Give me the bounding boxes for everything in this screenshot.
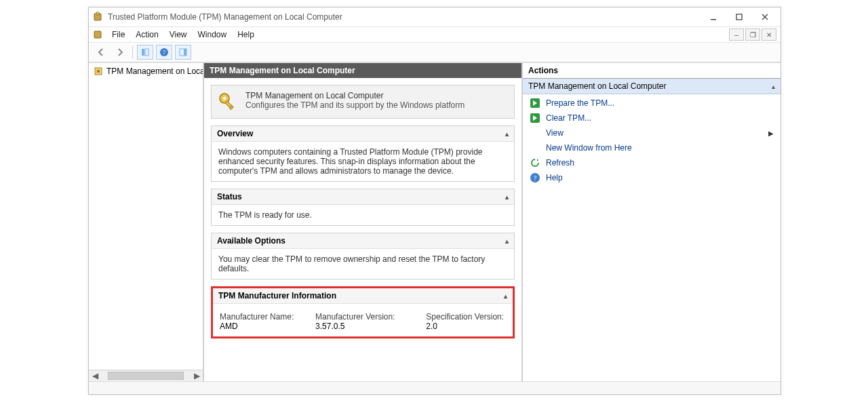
action-refresh[interactable]: Refresh	[523, 155, 781, 170]
help-button[interactable]: ?	[156, 45, 172, 60]
manufacturer-info-header[interactable]: TPM Manufacturer Information ▴	[213, 288, 513, 304]
tpm-key-icon	[217, 91, 239, 113]
manufacturer-info-section: TPM Manufacturer Information ▴ Manufactu…	[211, 286, 515, 338]
svg-rect-10	[184, 49, 186, 56]
chip-icon	[93, 66, 104, 77]
action-label: View	[546, 128, 564, 138]
specification-version-value: 2.0	[426, 322, 437, 331]
horizontal-scrollbar[interactable]: ◀ ▶	[89, 370, 203, 381]
overview-body: Windows computers containing a Trusted P…	[212, 142, 514, 181]
mdi-minimize-button[interactable]: –	[729, 28, 744, 41]
submenu-arrow-icon: ▶	[768, 130, 774, 137]
details-pane: TPM Management on Local Computer	[204, 63, 523, 381]
menu-file[interactable]: File	[106, 28, 130, 41]
details-pane-header: TPM Management on Local Computer	[204, 63, 521, 78]
status-header[interactable]: Status ▴	[212, 189, 514, 205]
navigation-pane: TPM Management on Local Comp ◀ ▶	[89, 63, 204, 381]
client-area: TPM Management on Local Comp ◀ ▶ TPM Man…	[89, 62, 781, 381]
svg-rect-3	[736, 14, 742, 20]
menu-action[interactable]: Action	[130, 28, 163, 41]
mmc-window: Trusted Platform Module (TPM) Management…	[88, 7, 781, 395]
mdi-controls: – ❐ ✕	[729, 28, 776, 41]
status-bar	[89, 381, 781, 394]
action-label: New Window from Here	[546, 143, 632, 153]
toolbar-separator	[132, 46, 133, 58]
manufacturer-version-value: 3.57.0.5	[315, 322, 344, 331]
actions-group-header[interactable]: TPM Management on Local Computer ▴	[523, 79, 781, 94]
collapse-icon: ▴	[772, 83, 775, 90]
mdi-restore-button[interactable]: ❐	[745, 28, 760, 41]
available-options-body: You may clear the TPM to remove ownershi…	[212, 249, 514, 279]
back-button[interactable]	[93, 45, 109, 60]
svg-rect-5	[142, 49, 144, 56]
show-actions-button[interactable]	[175, 45, 191, 60]
status-title: Status	[217, 192, 242, 201]
svg-rect-2	[711, 19, 716, 20]
svg-rect-12	[97, 70, 100, 73]
menu-help[interactable]: Help	[232, 28, 260, 41]
status-body: The TPM is ready for use.	[212, 205, 514, 225]
manufacturer-name-value: AMD	[220, 322, 238, 331]
available-options-header[interactable]: Available Options ▴	[212, 233, 514, 249]
mdi-close-button[interactable]: ✕	[762, 28, 776, 41]
collapse-icon: ▴	[505, 130, 509, 138]
manufacturer-info-title: TPM Manufacturer Information	[218, 291, 336, 301]
intro-description: Configures the TPM and its support by th…	[245, 100, 465, 110]
toolbar: ?	[89, 43, 781, 62]
menu-app-icon	[93, 29, 104, 40]
collapse-icon: ▴	[504, 292, 507, 300]
available-options-title: Available Options	[217, 236, 285, 246]
action-label: Prepare the TPM...	[546, 98, 614, 108]
window-title: Trusted Platform Module (TPM) Management…	[108, 12, 342, 22]
maximize-button[interactable]	[726, 9, 752, 25]
minimize-button[interactable]	[701, 9, 726, 25]
scroll-right-arrow-icon[interactable]: ▶	[192, 372, 201, 380]
action-help[interactable]: ? Help	[523, 170, 781, 185]
close-button[interactable]	[752, 9, 778, 25]
scroll-left-arrow-icon[interactable]: ◀	[90, 372, 100, 380]
actions-pane-header: Actions	[523, 63, 781, 79]
overview-header[interactable]: Overview ▴	[212, 126, 514, 142]
action-label: Help	[546, 173, 563, 182]
svg-point-14	[223, 97, 226, 100]
menu-view[interactable]: View	[164, 28, 193, 41]
app-icon	[93, 12, 104, 22]
details-pane-content: TPM Management on Local Computer Configu…	[204, 78, 521, 381]
action-clear-tpm[interactable]: Clear TPM...	[523, 111, 781, 125]
manufacturer-row: Manufacturer Name: AMD Manufacturer Vers…	[220, 312, 506, 331]
nav-root-label: TPM Management on Local Comp	[106, 66, 203, 76]
action-prepare-tpm[interactable]: Prepare the TPM...	[523, 96, 781, 111]
collapse-icon: ▴	[505, 237, 509, 245]
go-icon	[530, 113, 540, 123]
svg-text:?: ?	[163, 49, 165, 56]
available-options-section: Available Options ▴ You may clear the TP…	[211, 233, 515, 279]
intro-banner: TPM Management on Local Computer Configu…	[211, 85, 515, 119]
help-icon: ?	[530, 172, 540, 183]
actions-pane: Actions TPM Management on Local Computer…	[523, 63, 781, 381]
forward-button[interactable]	[112, 45, 128, 60]
collapse-icon: ▴	[505, 193, 509, 201]
overview-title: Overview	[217, 129, 253, 138]
show-hide-tree-button[interactable]	[137, 45, 153, 60]
menu-bar: File Action View Window Help – ❐ ✕	[89, 27, 781, 43]
overview-section: Overview ▴ Windows computers containing …	[211, 125, 515, 182]
manufacturer-name-label: Manufacturer Name:	[220, 312, 294, 322]
manufacturer-version-label: Manufacturer Version:	[315, 312, 395, 322]
actions-group-title: TPM Management on Local Computer	[528, 81, 666, 91]
action-new-window[interactable]: New Window from Here	[523, 140, 781, 155]
svg-rect-4	[94, 31, 101, 38]
action-view[interactable]: View ▶	[523, 125, 781, 140]
nav-root-node[interactable]: TPM Management on Local Comp	[89, 63, 203, 79]
svg-rect-6	[145, 49, 149, 56]
title-bar: Trusted Platform Module (TPM) Management…	[89, 7, 781, 27]
go-icon	[530, 98, 540, 109]
status-section: Status ▴ The TPM is ready for use.	[211, 189, 515, 226]
svg-rect-1	[96, 12, 99, 15]
svg-text:?: ?	[534, 174, 537, 182]
menu-window[interactable]: Window	[193, 28, 233, 41]
intro-title: TPM Management on Local Computer	[245, 91, 465, 100]
refresh-icon	[530, 157, 540, 168]
scroll-thumb[interactable]	[108, 372, 184, 380]
specification-version-label: Specification Version:	[426, 312, 504, 322]
actions-list: Prepare the TPM... Clear TPM... View ▶	[523, 94, 781, 187]
